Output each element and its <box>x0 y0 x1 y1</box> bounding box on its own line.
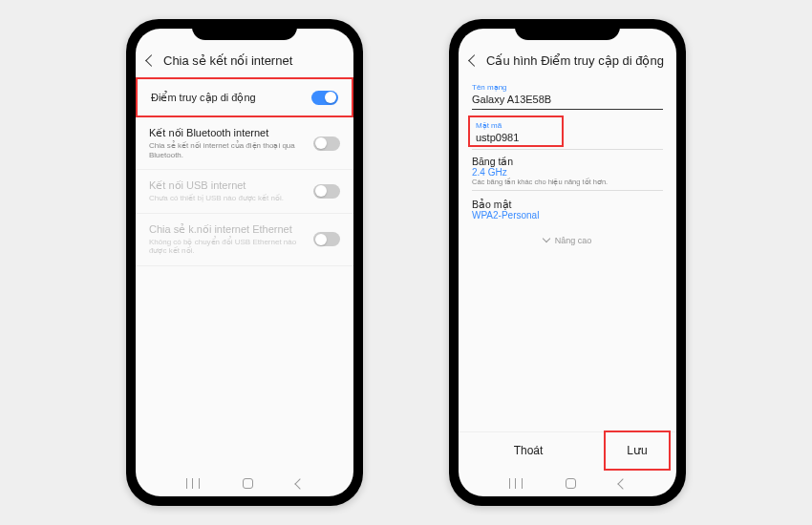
phone-right: Cấu hình Điểm truy cập di động Tên mạng … <box>449 19 686 506</box>
content: Tên mạng Galaxy A13E58B Mật mã ustp0981 … <box>459 77 676 431</box>
notch <box>192 19 297 40</box>
field-label: Mật mã <box>476 121 556 130</box>
toggle-ethernet <box>313 232 340 246</box>
nav-back-icon[interactable] <box>294 478 305 489</box>
back-icon[interactable] <box>468 54 481 67</box>
field-label: Tên mạng <box>472 83 663 92</box>
nav-bar <box>459 472 676 496</box>
row-ethernet-tether: Chia sẻ k.nối internet Ethernet Không có… <box>136 214 353 266</box>
nav-recent-icon[interactable] <box>509 478 523 489</box>
advanced-toggle[interactable]: Nâng cao <box>459 224 676 257</box>
field-label: Băng tần <box>472 156 663 167</box>
field-value: WPA2-Personal <box>472 210 663 220</box>
field-subtitle: Các băng tần khác cho hiệu năng tốt hơn. <box>472 178 663 186</box>
nav-recent-icon[interactable] <box>186 478 200 489</box>
row-subtitle: Chưa có thiết bị USB nào được kết nối. <box>149 194 313 203</box>
row-usb-tether: Kết nối USB internet Chưa có thiết bị US… <box>136 170 353 214</box>
page-title: Cấu hình Điểm truy cập di động <box>486 53 664 68</box>
advanced-label: Nâng cao <box>555 236 592 245</box>
row-subtitle: Chia sẻ kết nối internet của điện thoại … <box>149 141 313 159</box>
nav-back-icon[interactable] <box>617 478 628 489</box>
toggle-bluetooth[interactable] <box>313 136 340 151</box>
nav-home-icon[interactable] <box>243 478 253 489</box>
toggle-usb <box>313 184 340 199</box>
chevron-down-icon <box>542 235 549 242</box>
field-security[interactable]: Bảo mật WPA2-Personal <box>472 191 663 224</box>
screen-left: Chia sẻ kết nối internet Điểm truy cập d… <box>136 29 353 496</box>
nav-home-icon[interactable] <box>566 478 576 489</box>
back-icon[interactable] <box>145 54 158 67</box>
field-network-name[interactable]: Tên mạng Galaxy A13E58B <box>472 77 663 110</box>
row-bluetooth-tether[interactable]: Kết nối Bluetooth internet Chia sẻ kết n… <box>136 117 353 170</box>
row-title: Chia sẻ k.nối internet Ethernet <box>149 223 313 236</box>
content: Điểm truy cập di động Kết nối Bluetooth … <box>136 77 353 472</box>
field-band[interactable]: Băng tần 2.4 GHz Các băng tần khác cho h… <box>472 150 663 191</box>
row-title: Kết nối Bluetooth internet <box>149 127 313 139</box>
nav-bar <box>136 472 353 496</box>
save-button[interactable]: Lưu <box>604 430 671 471</box>
notch <box>515 19 620 40</box>
field-password[interactable]: Mật mã ustp0981 <box>459 116 676 150</box>
screen-right: Cấu hình Điểm truy cập di động Tên mạng … <box>459 29 676 496</box>
row-mobile-hotspot[interactable]: Điểm truy cập di động <box>136 77 353 117</box>
exit-button[interactable]: Thoát <box>459 432 598 472</box>
field-value: 2.4 GHz <box>472 167 663 178</box>
password-highlight-box: Mật mã ustp0981 <box>468 116 564 147</box>
row-subtitle: Không có bộ chuyển đổi USB Ethernet nào … <box>149 238 313 256</box>
field-value: ustp0981 <box>476 130 556 143</box>
row-title: Điểm truy cập di động <box>151 92 311 104</box>
field-label: Bảo mật <box>472 199 663 210</box>
row-title: Kết nối USB internet <box>149 179 313 192</box>
bottom-actions: Thoát Lưu <box>459 431 676 472</box>
phone-left: Chia sẻ kết nối internet Điểm truy cập d… <box>126 19 363 506</box>
toggle-mobile-hotspot[interactable] <box>311 91 338 105</box>
field-value: Galaxy A13E58B <box>472 92 663 105</box>
page-title: Chia sẻ kết nối internet <box>163 53 292 68</box>
